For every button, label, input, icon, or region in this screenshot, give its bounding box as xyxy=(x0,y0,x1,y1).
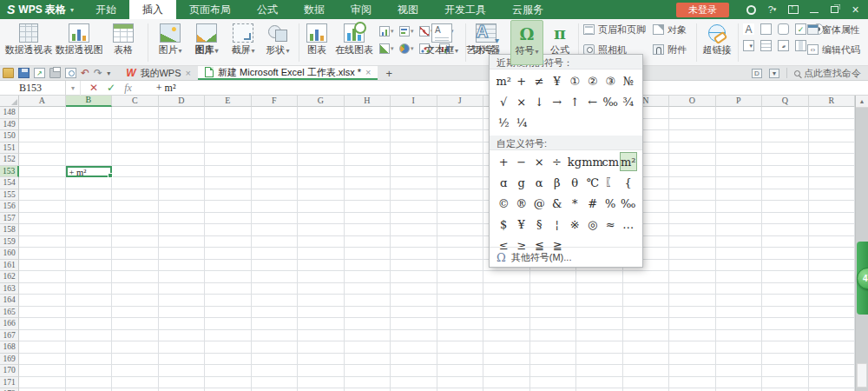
symbol-*[interactable]: * xyxy=(566,194,584,213)
cell-E160[interactable] xyxy=(205,248,252,260)
cell-R169[interactable] xyxy=(809,354,856,366)
cell-D152[interactable] xyxy=(159,154,206,166)
cell-B167[interactable] xyxy=(66,330,113,342)
cell-I166[interactable] xyxy=(391,318,437,330)
login-button[interactable]: 未登录 xyxy=(676,3,729,17)
cell-L169[interactable] xyxy=(530,354,577,366)
symbol-◎[interactable]: ◎ xyxy=(584,215,602,234)
cell-J153[interactable] xyxy=(437,166,484,178)
cell-F149[interactable] xyxy=(252,119,299,131)
cell-A163[interactable] xyxy=(19,283,66,295)
cell-A149[interactable] xyxy=(19,119,66,131)
symbol-%[interactable]: % xyxy=(602,194,620,213)
cell-C155[interactable] xyxy=(112,189,159,202)
cell-H166[interactable] xyxy=(345,318,391,330)
symbol-√[interactable]: √ xyxy=(495,92,513,111)
cell-Q157[interactable] xyxy=(762,213,809,225)
cell-O167[interactable] xyxy=(669,330,716,342)
cell-F163[interactable] xyxy=(252,283,299,295)
menu-tab-数据[interactable]: 数据 xyxy=(291,0,338,19)
checkbox-control-icon[interactable] xyxy=(795,23,806,35)
cell-O169[interactable] xyxy=(669,354,716,366)
cell-L170[interactable] xyxy=(530,365,577,377)
menu-tab-开始[interactable]: 开始 xyxy=(82,0,129,19)
cell-A171[interactable] xyxy=(19,377,66,389)
cell-F160[interactable] xyxy=(252,248,299,260)
cell-A152[interactable] xyxy=(19,154,66,166)
cell-A166[interactable] xyxy=(19,318,66,330)
cell-I155[interactable] xyxy=(391,189,437,202)
object-button[interactable]: 对象 xyxy=(653,23,687,36)
cell-P158[interactable] xyxy=(716,224,763,236)
column-header-A[interactable]: A xyxy=(19,96,66,107)
document-recover-icon[interactable]: D xyxy=(752,69,762,78)
cell-C152[interactable] xyxy=(112,154,159,166)
cell-I167[interactable] xyxy=(391,330,437,342)
symbol-+[interactable]: + xyxy=(495,152,512,171)
cell-R162[interactable] xyxy=(809,271,856,283)
cell-H157[interactable] xyxy=(345,213,391,225)
cell-O159[interactable] xyxy=(669,236,716,249)
cell-J163[interactable] xyxy=(437,283,484,295)
textbox-button[interactable]: 文本框▾ xyxy=(422,20,462,65)
cell-O163[interactable] xyxy=(669,283,716,295)
cell-I158[interactable] xyxy=(391,224,437,236)
cell-H150[interactable] xyxy=(345,130,391,142)
cell-P163[interactable] xyxy=(716,283,763,295)
cell-M164[interactable] xyxy=(576,295,623,307)
row-header-156[interactable]: 156 xyxy=(0,201,19,213)
symbol-m²[interactable]: m² xyxy=(495,71,513,90)
cell-J169[interactable] xyxy=(437,354,484,366)
cell-I165[interactable] xyxy=(391,307,437,319)
cell-H162[interactable] xyxy=(345,271,391,283)
cell-P155[interactable] xyxy=(716,189,763,202)
side-promo-handle[interactable]: 47 xyxy=(857,242,868,315)
symbol-②[interactable]: ② xyxy=(584,71,602,90)
row-header-167[interactable]: 167 xyxy=(0,330,19,342)
cell-J162[interactable] xyxy=(437,271,484,283)
cell-K166[interactable] xyxy=(483,318,530,330)
cell-B159[interactable] xyxy=(66,236,113,249)
cell-A161[interactable] xyxy=(19,260,66,272)
cell-N167[interactable] xyxy=(623,330,670,342)
help-icon[interactable]: ?▾ xyxy=(765,3,779,17)
cell-L165[interactable] xyxy=(530,307,577,319)
bar-chart-mini-button[interactable]: ▾ xyxy=(398,24,416,38)
cell-I148[interactable] xyxy=(391,107,437,119)
cell-C154[interactable] xyxy=(112,177,159,189)
cell-G152[interactable] xyxy=(298,154,345,166)
label-control-icon[interactable]: A xyxy=(743,23,754,35)
cell-G155[interactable] xyxy=(298,189,345,202)
cell-B169[interactable] xyxy=(66,354,113,366)
symbol-mm[interactable]: mm xyxy=(583,152,602,171)
symbol-×[interactable]: × xyxy=(513,92,531,111)
cell-H151[interactable] xyxy=(345,142,391,155)
row-header-168[interactable]: 168 xyxy=(0,341,19,354)
cell-K169[interactable] xyxy=(483,354,530,366)
menu-tab-云服务[interactable]: 云服务 xyxy=(499,0,556,19)
cell-P148[interactable] xyxy=(716,107,763,119)
cell-J150[interactable] xyxy=(437,130,484,142)
symbol-③[interactable]: ③ xyxy=(602,71,620,90)
cell-A158[interactable] xyxy=(19,224,66,236)
row-header-169[interactable]: 169 xyxy=(0,354,19,366)
cell-M170[interactable] xyxy=(576,365,623,377)
cell-C169[interactable] xyxy=(112,354,159,366)
cell-G156[interactable] xyxy=(298,201,345,213)
cell-K167[interactable] xyxy=(483,330,530,342)
cell-C151[interactable] xyxy=(112,142,159,155)
cell-J164[interactable] xyxy=(437,295,484,307)
cell-A165[interactable] xyxy=(19,307,66,319)
cell-E155[interactable] xyxy=(205,189,252,202)
cell-F165[interactable] xyxy=(252,307,299,319)
cell-G154[interactable] xyxy=(298,177,345,189)
cell-M171[interactable] xyxy=(576,377,623,389)
cell-N168[interactable] xyxy=(623,341,670,354)
cell-D155[interactable] xyxy=(159,189,206,202)
formula-input[interactable]: + m² xyxy=(141,82,176,95)
cell-R152[interactable] xyxy=(809,154,856,166)
cell-M163[interactable] xyxy=(576,283,623,295)
cell-G160[interactable] xyxy=(298,248,345,260)
cell-J168[interactable] xyxy=(437,341,484,354)
cell-Q167[interactable] xyxy=(762,330,809,342)
